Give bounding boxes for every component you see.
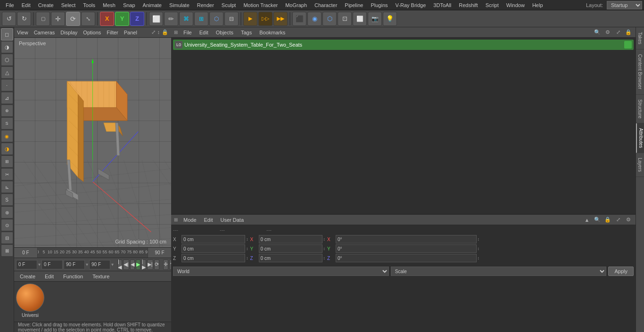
viewport-arrow-icon[interactable]: ↕ [157, 29, 160, 35]
attr-up-icon[interactable]: ▲ [583, 216, 591, 224]
scale-tool-button[interactable]: ⤡ [81, 12, 95, 26]
material-btn[interactable]: S [1, 194, 13, 206]
menu-help[interactable]: Help [528, 1, 547, 9]
timeline-ticks[interactable]: 051015202530354045505560657075808590 [38, 248, 148, 258]
attr-lock-icon[interactable]: 🔒 [603, 216, 612, 224]
menu-window[interactable]: Window [503, 1, 528, 9]
menu-select[interactable]: Select [58, 1, 80, 9]
menu-plugins[interactable]: Plugins [367, 1, 391, 9]
deform-button[interactable]: ⬡ [322, 12, 337, 26]
apply-button[interactable]: Apply [608, 267, 634, 276]
menu-snap[interactable]: Snap [119, 1, 139, 9]
snap-mode-btn[interactable]: S [1, 117, 13, 130]
next-frame-button[interactable]: |▶ [141, 259, 146, 270]
paint-btn[interactable]: ◑ [1, 143, 13, 155]
menu-redshift[interactable]: Redshift [455, 1, 481, 9]
vtab-attributes[interactable]: Attributes [636, 123, 644, 153]
camera-tool-button[interactable]: ⊟ [224, 12, 239, 26]
world-dropdown[interactable]: World [173, 267, 389, 276]
vtab-layers[interactable]: Layers [636, 153, 644, 177]
play-forward-button[interactable]: ▶ [136, 259, 140, 270]
light-button[interactable]: 💡 [383, 12, 397, 26]
array-tool-button[interactable]: ⊞ [194, 12, 208, 26]
goto-end-button[interactable]: ▶| [147, 259, 153, 270]
render-view-button[interactable]: ▷▷ [258, 12, 272, 26]
tool-btn[interactable]: ⊛ [1, 206, 13, 219]
rigging-btn[interactable]: ⊟ [1, 232, 13, 244]
edge2-mode-btn[interactable]: ⊿ [1, 92, 13, 104]
objects-edit-tab[interactable]: Edit [198, 29, 210, 36]
current-frame-input[interactable] [16, 260, 37, 269]
view-cube-button[interactable]: ⬛ [292, 12, 306, 26]
undo-button[interactable]: ↺ [2, 12, 16, 26]
menu-sculpt[interactable]: Sculpt [218, 1, 240, 9]
scale-x-input[interactable] [336, 235, 477, 243]
timeline-end-frame[interactable]: 90 F [148, 248, 171, 258]
viewport-expand-icon[interactable]: ⤢ [151, 29, 156, 35]
spline-tool-button[interactable]: ⌘ [179, 12, 193, 26]
end-frame-input2[interactable] [89, 260, 110, 269]
edge-mode-btn[interactable]: △ [1, 66, 13, 79]
grid-btn[interactable]: ⊞ [1, 155, 13, 168]
polygon-mode-btn[interactable]: ⬡ [1, 54, 13, 66]
attr-settings-icon[interactable]: ⚙ [624, 216, 633, 224]
script-btn[interactable]: ⊠ [1, 244, 13, 257]
filter-menu[interactable]: Filter [107, 30, 118, 35]
cube-tool-button[interactable]: ⬜ [149, 12, 163, 26]
axis-mode-btn[interactable]: ⊕ [1, 105, 13, 117]
menu-file[interactable]: File [2, 1, 18, 9]
menu-character[interactable]: Character [311, 1, 341, 9]
material-create-tab[interactable]: Create [18, 273, 37, 280]
menu-tools[interactable]: Tools [79, 1, 99, 9]
menu-edit[interactable]: Edit [18, 1, 34, 9]
knife-btn[interactable]: ✂ [1, 168, 13, 180]
render-region-button[interactable]: ▶ [243, 12, 257, 26]
vtab-content-browser[interactable]: Content Browser [636, 49, 644, 94]
rotate-tool-button[interactable]: ⟳ [66, 12, 80, 26]
menu-script[interactable]: Script [482, 1, 503, 9]
objects-objects-tab[interactable]: Objects [214, 29, 235, 36]
redo-button[interactable]: ↻ [17, 12, 31, 26]
floor-button[interactable]: ⬜ [353, 12, 367, 26]
y-axis-button[interactable]: Y [115, 12, 129, 26]
vtab-structure[interactable]: Structure [636, 95, 644, 124]
expand-icon[interactable]: ⤢ [614, 28, 622, 37]
nurbs-button[interactable]: ⊡ [338, 12, 352, 26]
brush-btn[interactable]: ◉ [1, 130, 13, 142]
z-axis-button[interactable]: Z [130, 12, 144, 26]
menu-create[interactable]: Create [34, 1, 58, 9]
prev-frame-button[interactable]: ◀| [123, 259, 129, 270]
magnet-btn[interactable]: ⊾ [1, 181, 13, 193]
menu-pipeline[interactable]: Pipeline [341, 1, 367, 9]
object-row-desk[interactable]: L0 University_Seating_System_Table_For_T… [173, 40, 634, 50]
search-icon[interactable]: 🔍 [593, 28, 602, 37]
menu-3dtoall[interactable]: 3DToAll [429, 1, 455, 9]
scale-z-input[interactable] [336, 254, 477, 262]
rot-y-input[interactable] [259, 244, 322, 253]
goto-start-button[interactable]: |◀ [117, 259, 122, 270]
attr-edit-tab[interactable]: Edit [202, 216, 215, 224]
viewport-3d[interactable]: Perspective Grid Spacing : 100 cm [14, 38, 171, 247]
attr-search-icon[interactable]: 🔍 [593, 216, 602, 224]
play-back-button[interactable]: ◀ [130, 259, 135, 270]
objects-file-tab[interactable]: File [182, 29, 194, 36]
material-item[interactable]: Universi [16, 283, 44, 318]
menu-mograph[interactable]: MoGraph [281, 1, 311, 9]
object-visibility-button[interactable] [624, 41, 632, 49]
start-frame-input[interactable] [41, 260, 63, 269]
sculpt-btn[interactable]: ⊙ [1, 219, 13, 231]
objects-bookmarks-tab[interactable]: Bookmarks [257, 29, 287, 36]
point-mode-btn[interactable]: · [1, 79, 13, 91]
scale-dropdown[interactable]: Scale [391, 267, 607, 276]
loop-button[interactable]: ⟳ [154, 259, 159, 270]
model-mode-btn[interactable]: ◻ [1, 28, 13, 40]
deformer-tool-button[interactable]: ⬡ [209, 12, 223, 26]
panel-menu[interactable]: Panel [124, 30, 137, 35]
view-menu[interactable]: View [17, 30, 28, 35]
menu-vray[interactable]: V-Ray Bridge [392, 1, 430, 9]
attr-expand-icon[interactable]: ⤢ [614, 216, 622, 224]
material-texture-tab[interactable]: Texture [91, 273, 111, 280]
layout-dropdown[interactable]: Startup Standard [607, 1, 642, 9]
rot-z-input[interactable] [259, 254, 322, 262]
settings-icon[interactable]: ⚙ [603, 28, 612, 37]
